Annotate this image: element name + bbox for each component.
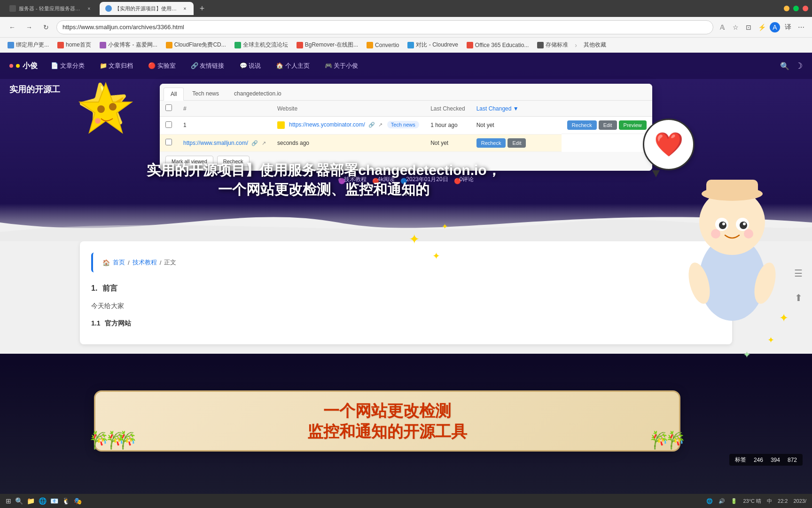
bookmark-9[interactable]: Office 365 Educatio...	[463, 41, 533, 49]
section-1-1-title: 官方网站	[105, 319, 131, 327]
account-icon[interactable]: A	[770, 22, 780, 32]
collections-icon[interactable]: ⊡	[743, 22, 754, 32]
minimize-button[interactable]	[784, 6, 789, 11]
mark-all-viewed-button[interactable]: Mark all viewed	[165, 156, 213, 167]
maximize-button[interactable]	[793, 6, 799, 11]
reload-button[interactable]: ↻	[39, 21, 53, 34]
tab-2-close[interactable]: ×	[182, 5, 188, 12]
row-1-preview-button[interactable]: Preview	[619, 120, 647, 130]
nav-home[interactable]: 🏠 个人主页	[272, 60, 313, 72]
row-2-url[interactable]: https://www.smalljun.com/	[183, 140, 248, 146]
speech-bubble: ❤️	[643, 119, 695, 170]
bookmark-8[interactable]: 对比 - Cloudreve	[404, 40, 461, 50]
bookmark-2[interactable]: home首页	[54, 40, 95, 50]
meta-tag-3[interactable]: 🔵 2023年01月20日	[400, 175, 448, 183]
table-row: 1 https://news.ycombinator.com/ 🔗 ↗ Tech…	[160, 117, 652, 135]
bookmark-4[interactable]: CloudFlare免费CD...	[162, 40, 230, 50]
extensions-icon[interactable]: ⚡	[757, 22, 767, 32]
nav-friends[interactable]: 🔗 友情链接	[187, 60, 228, 72]
forward-button[interactable]: →	[23, 21, 36, 34]
nav-lab[interactable]: 🔴 实验室	[144, 60, 180, 72]
url-input[interactable]: https://www.smalljun.com/archives/3366.h…	[56, 20, 713, 34]
bookmark-1[interactable]: 绑定用户更...	[4, 40, 53, 50]
select-all-checkbox[interactable]	[165, 104, 172, 111]
taskbar-search-icon[interactable]: 🔍	[15, 497, 23, 505]
meta-tag-1[interactable]: 🟣 技术教程	[338, 175, 367, 183]
bookmark-2-label: home首页	[66, 41, 91, 49]
bookmark-7[interactable]: Convertio	[363, 41, 403, 49]
new-tab-button[interactable]: +	[195, 2, 209, 15]
back-button[interactable]: ←	[6, 21, 19, 34]
row-1-recheck-button[interactable]: Recheck	[567, 120, 597, 130]
dark-mode-icon[interactable]: ☽	[795, 61, 803, 71]
bookmark-other-label: 其他收藏	[584, 41, 606, 49]
row-2-checkbox[interactable]	[165, 139, 172, 145]
browser-frame: 服务器 - 轻量应用服务器 - 控制... × 【实用的开源项目】使用服务器..…	[0, 0, 812, 508]
taskbar-mail-icon[interactable]: 📧	[50, 497, 58, 505]
sparkle-4: ✦	[779, 311, 789, 325]
toc-button[interactable]: ☰	[794, 268, 803, 279]
bookmark-2-icon	[57, 42, 64, 48]
breadcrumb-home[interactable]: 首页	[113, 258, 125, 267]
tab-2[interactable]: 【实用的开源项目】使用服务器... ×	[100, 2, 194, 15]
bubble-tail	[652, 170, 660, 177]
bookmark-3[interactable]: 小俊博客 - 嘉爱网...	[96, 40, 161, 50]
taskbar-avatar-icon[interactable]: 🎭	[74, 497, 82, 505]
row-1-tag[interactable]: Tech news	[387, 121, 419, 128]
meta-tag-4[interactable]: 🔴 0评论	[454, 175, 474, 183]
nav-about[interactable]: 🎮 关于小俊	[321, 60, 362, 72]
settings-icon[interactable]: ⋯	[796, 22, 806, 32]
meta-info: 🟣 技术教程 🔴 4k阅读 🔵 2023年01月20日 🔴 0评论	[80, 171, 732, 188]
search-icon[interactable]: 🔍	[780, 62, 789, 71]
cd-tab-changedetection[interactable]: changedetection.io	[227, 87, 288, 100]
svg-point-14	[711, 229, 720, 238]
section-1-heading: 1. 前言	[91, 282, 721, 295]
nav-talk[interactable]: 💬 说说	[236, 60, 265, 72]
site-logo[interactable]: 小俊	[9, 61, 38, 71]
taskbar-penguin-icon[interactable]: 🐧	[62, 497, 70, 505]
bookmark-other[interactable]: 其他收藏	[580, 40, 610, 50]
taskbar-file-icon[interactable]: 📁	[27, 497, 35, 505]
close-button[interactable]	[803, 6, 808, 11]
cd-tab-technews[interactable]: Tech news	[186, 87, 226, 100]
cd-tab-all[interactable]: All	[164, 87, 184, 101]
ime-status: 中	[767, 498, 772, 505]
tab-1[interactable]: 服务器 - 轻量应用服务器 - 控制... ×	[4, 2, 98, 15]
meta-dot-2: 🔴	[372, 178, 376, 182]
sparkle-5: ✦	[767, 335, 774, 345]
breadcrumb-cat[interactable]: 技术教程	[133, 258, 157, 267]
favorites-icon[interactable]: ☆	[730, 22, 741, 32]
anime-character	[671, 147, 793, 325]
volume-icon: 🔊	[718, 498, 725, 504]
bookmark-10[interactable]: 存储标准	[533, 40, 572, 50]
bookmark-6[interactable]: BgRemover-在线图...	[293, 40, 362, 50]
row-1-edit-button[interactable]: Edit	[599, 120, 617, 130]
row-2-recheck-button[interactable]: Recheck	[476, 138, 506, 148]
row-1-actions: Recheck Edit Preview	[562, 117, 652, 134]
svg-point-15	[744, 229, 753, 238]
nav-article-cat[interactable]: 📄 文章分类	[47, 60, 88, 72]
meta-tag-2[interactable]: 🔴 4k阅读	[372, 175, 395, 183]
meta-label-4: 0评论	[460, 175, 474, 183]
bookmark-8-icon	[407, 42, 414, 48]
tab-1-close[interactable]: ×	[86, 5, 92, 12]
scroll-to-top-button[interactable]: ⬆	[795, 292, 803, 303]
taskbar-browser-icon[interactable]: 🌐	[39, 497, 47, 505]
taskbar-icons: ⊞ 🔍 📁 🌐 📧 🐧 🎭	[6, 497, 82, 505]
meta-label-1: 技术教程	[344, 175, 367, 183]
bookmark-5[interactable]: 全球主机交流论坛	[231, 40, 292, 50]
row-1-url[interactable]: https://news.ycombinator.com/	[289, 121, 365, 128]
taskbar-start-icon[interactable]: ⊞	[6, 497, 11, 505]
translate-icon[interactable]: 译	[783, 22, 793, 32]
read-aloud-icon[interactable]: 𝔸	[717, 22, 727, 32]
bookmark-7-icon	[367, 42, 373, 48]
row-1-checkbox[interactable]	[165, 121, 172, 128]
row-2-edit-button[interactable]: Edit	[508, 138, 526, 148]
tab-2-icon	[105, 5, 112, 12]
row-1-last-changed: Not yet	[471, 117, 562, 135]
weather-status: 23°C 晴	[743, 498, 761, 505]
plus-sign: +	[80, 188, 732, 199]
recheck-all-button[interactable]: Recheck	[217, 156, 250, 167]
nav-article-arch[interactable]: 📁 文章归档	[96, 60, 137, 72]
section-1-num: 1.	[91, 284, 97, 292]
